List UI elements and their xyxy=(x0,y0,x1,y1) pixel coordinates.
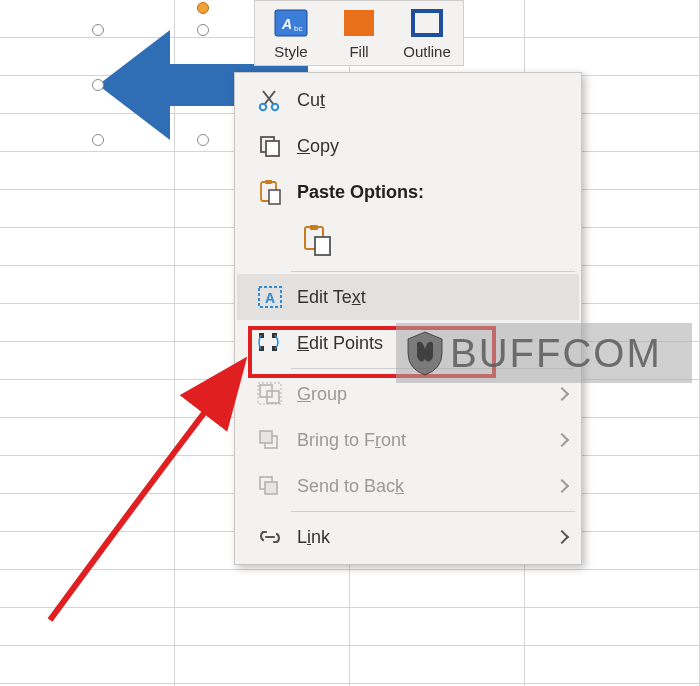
menu-label: Cut xyxy=(291,90,573,111)
svg-rect-4 xyxy=(344,10,374,36)
menu-item-send-to-back: Send to Back xyxy=(237,463,579,509)
svg-text:A: A xyxy=(265,290,275,306)
outline-icon xyxy=(409,5,445,41)
paste-icon xyxy=(249,179,291,205)
svg-rect-13 xyxy=(265,180,272,184)
chevron-right-icon xyxy=(555,387,569,401)
svg-rect-17 xyxy=(315,237,330,255)
link-icon xyxy=(249,525,291,549)
svg-rect-16 xyxy=(310,225,318,230)
group-icon xyxy=(249,382,291,406)
menu-label: Group xyxy=(291,384,557,405)
menu-separator xyxy=(291,271,575,272)
svg-rect-30 xyxy=(265,482,277,494)
bring-to-front-icon xyxy=(249,428,291,452)
menu-item-bring-to-front: Bring to Front xyxy=(237,417,579,463)
menu-item-paste-option[interactable] xyxy=(237,215,579,269)
menu-item-link[interactable]: Link xyxy=(237,514,579,560)
selection-handle[interactable] xyxy=(92,134,104,146)
paste-option-icon xyxy=(301,223,333,262)
outline-label: Outline xyxy=(403,43,451,60)
svg-rect-5 xyxy=(413,11,441,35)
svg-text:A: A xyxy=(281,16,292,32)
watermark-text: BUFFCOM xyxy=(450,331,662,376)
selection-handle[interactable] xyxy=(197,134,209,146)
cut-icon xyxy=(249,88,291,112)
fill-label: Fill xyxy=(349,43,368,60)
watermark: BUFFCOM xyxy=(396,323,692,383)
style-icon: A bc xyxy=(273,5,309,41)
svg-rect-26 xyxy=(258,383,281,404)
edit-points-icon xyxy=(249,331,291,355)
menu-item-copy[interactable]: Copy xyxy=(237,123,579,169)
style-button[interactable]: A bc Style xyxy=(257,3,325,61)
mini-toolbar: A bc Style Fill Outline xyxy=(254,0,464,66)
copy-icon xyxy=(249,134,291,158)
chevron-right-icon xyxy=(555,530,569,544)
menu-item-cut[interactable]: Cut xyxy=(237,77,579,123)
menu-label: Paste Options: xyxy=(291,182,573,203)
svg-text:bc: bc xyxy=(294,24,302,33)
chevron-right-icon xyxy=(555,433,569,447)
fill-button[interactable]: Fill xyxy=(325,3,393,61)
svg-rect-28 xyxy=(260,431,272,443)
context-menu: Cut Copy Paste Options: A Edit Text Edit… xyxy=(234,72,582,565)
svg-rect-11 xyxy=(266,141,279,156)
send-to-back-icon xyxy=(249,474,291,498)
watermark-logo-icon xyxy=(402,329,448,377)
outline-button[interactable]: Outline xyxy=(393,3,461,61)
menu-label: Edit Text xyxy=(291,287,573,308)
selection-handle[interactable] xyxy=(197,24,209,36)
rotate-handle[interactable] xyxy=(197,2,209,14)
menu-label: Send to Back xyxy=(291,476,557,497)
menu-item-edit-text[interactable]: A Edit Text xyxy=(237,274,579,320)
svg-rect-14 xyxy=(269,190,280,204)
fill-icon xyxy=(341,5,377,41)
menu-label: Bring to Front xyxy=(291,430,557,451)
svg-point-8 xyxy=(260,104,266,110)
selection-handle[interactable] xyxy=(92,24,104,36)
menu-label: Link xyxy=(291,527,557,548)
chevron-right-icon xyxy=(555,479,569,493)
svg-point-9 xyxy=(272,104,278,110)
menu-separator xyxy=(291,511,575,512)
menu-header-paste-options: Paste Options: xyxy=(237,169,579,215)
menu-label: Copy xyxy=(291,136,573,157)
style-label: Style xyxy=(274,43,307,60)
selection-handle[interactable] xyxy=(92,79,104,91)
edit-text-icon: A xyxy=(249,285,291,309)
